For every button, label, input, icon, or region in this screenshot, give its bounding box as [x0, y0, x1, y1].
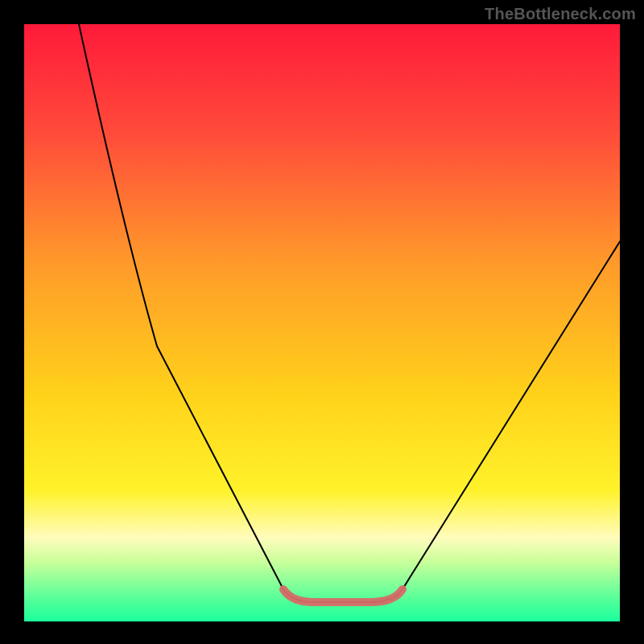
chart-svg [24, 24, 620, 621]
plot-area [24, 24, 620, 621]
chart-frame: TheBottleneck.com [0, 0, 644, 644]
gradient-background [24, 24, 620, 621]
watermark-text: TheBottleneck.com [485, 5, 636, 23]
